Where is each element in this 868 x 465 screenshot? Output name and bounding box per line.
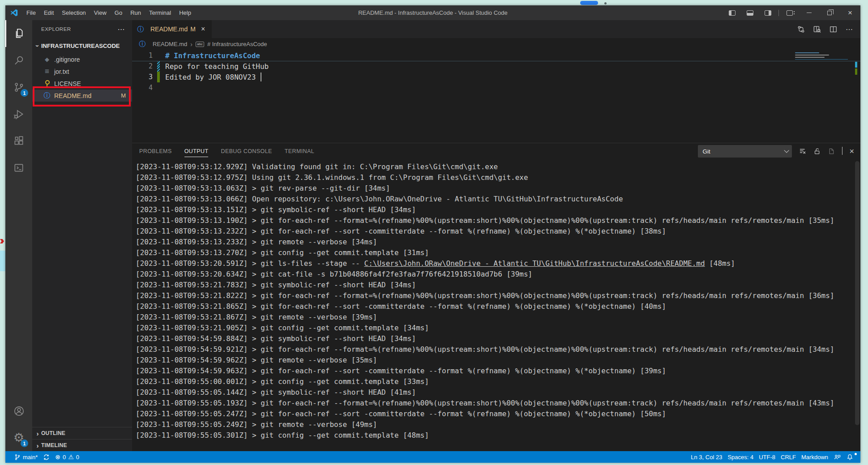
git-branch-icon [14, 454, 21, 461]
encoding-indicator[interactable]: UTF-8 [756, 454, 778, 461]
minimize-button[interactable] [799, 5, 819, 20]
sidebar-left-icon [729, 10, 735, 16]
sync-icon [43, 454, 50, 461]
warnings-count: 0 [76, 454, 79, 461]
file-name: .gitignore [54, 56, 80, 63]
output-line: [2023-11-08T09:53:13.066Z] Open reposito… [136, 194, 860, 205]
open-output-in-editor-button[interactable] [828, 147, 835, 155]
clear-output-icon [799, 147, 807, 155]
breadcrumb-file[interactable]: README.md [153, 41, 187, 47]
activity-search-button[interactable] [5, 47, 32, 74]
clear-output-button[interactable] [799, 147, 807, 155]
file-name: jor.txt [54, 68, 69, 75]
problems-indicator[interactable]: ⊗ 0 ⚠ 0 [52, 451, 82, 463]
close-window-button[interactable]: × [840, 5, 860, 20]
indentation-indicator[interactable]: Spaces: 4 [725, 454, 756, 461]
open-changes-button[interactable] [794, 22, 808, 36]
eol-indicator[interactable]: CRLF [778, 454, 799, 461]
file-tree-item[interactable]: .gitignore [32, 53, 132, 65]
files-icon [13, 28, 25, 39]
feedback-button[interactable] [831, 454, 844, 461]
explorer-sidebar: EXPLORER ⋯ › INFRASTRUCTUREASCODE .gitig… [32, 20, 132, 451]
git-gutter-mark [157, 72, 160, 82]
maximize-panel-button[interactable] [842, 147, 842, 155]
customize-layout-button[interactable] [781, 5, 799, 20]
collapsed-section-header[interactable]: › TIMELINE [32, 439, 132, 451]
accounts-button[interactable] [5, 397, 32, 424]
sync-button[interactable] [40, 451, 52, 463]
workspace-section-header[interactable]: › INFRASTRUCTUREASCODE [32, 38, 132, 53]
minimap[interactable] [795, 52, 848, 60]
search-icon [13, 55, 25, 66]
close-panel-button[interactable]: × [849, 147, 854, 155]
notifications-button[interactable] [844, 454, 856, 461]
open-preview-button[interactable] [810, 22, 824, 36]
overview-ruler-modified [855, 62, 857, 68]
toggle-panel-button[interactable] [741, 5, 759, 20]
output-line: [2023-11-08T09:53:13.232Z] > git for-eac… [136, 226, 860, 237]
more-actions-icon[interactable]: ⋯ [842, 22, 856, 36]
section-label: TIMELINE [41, 442, 67, 448]
activity-bar: 1 [5, 20, 32, 451]
toggle-secondary-sidebar-button[interactable] [759, 5, 777, 20]
close-tab-icon[interactable]: × [201, 25, 205, 33]
branch-indicator[interactable]: main* [12, 451, 40, 463]
code-editor[interactable]: 1 # InfrastructureAsCode 2 Repo for teac… [132, 50, 860, 143]
overview-ruler-added [855, 68, 857, 75]
collapsed-section-header[interactable]: › OUTLINE [32, 427, 132, 439]
output-line: [2023-11-08T09:53:12.929Z] Validating fo… [136, 162, 860, 172]
language-mode[interactable]: Markdown [799, 454, 831, 461]
file-name: LICENSE [54, 80, 81, 87]
panel-scrollbar[interactable] [855, 161, 859, 425]
breadcrumb-symbol[interactable]: # InfrastructureAsCode [207, 41, 267, 47]
code-text: Edited by JOR 08NOV23 [165, 73, 256, 81]
menu-item[interactable]: Edit [40, 5, 58, 20]
file-path-link[interactable]: C:\Users\John.ORaw\OneDrive - Atlantic T… [364, 259, 705, 268]
panel-tab[interactable]: OUTPUT [184, 143, 209, 159]
background-red-artifact [0, 239, 4, 243]
tab-label: README.md [150, 26, 188, 33]
activity-remote-terminal-button[interactable] [5, 154, 32, 181]
notification-dot [855, 453, 857, 455]
explorer-title: EXPLORER [41, 26, 71, 32]
panel-tab[interactable]: PROBLEMS [139, 143, 172, 159]
split-editor-button[interactable] [826, 22, 840, 36]
activity-explorer-button[interactable] [5, 20, 32, 47]
cursor-position[interactable]: Ln 3, Col 23 [688, 454, 725, 461]
menu-item[interactable]: File [22, 5, 40, 20]
toggle-primary-sidebar-button[interactable] [723, 5, 741, 20]
output-channel-select[interactable]: Git [698, 145, 792, 158]
panel-tab[interactable]: TERMINAL [285, 143, 314, 159]
settings-badge: 1 [21, 439, 28, 447]
menu-item[interactable]: Help [175, 5, 195, 20]
output-line: [2023-11-08T09:53:21.867Z] > git remote … [136, 312, 860, 323]
file-tree-item[interactable]: jor.txt [32, 65, 132, 77]
settings-button[interactable]: ⚙ 1 [5, 424, 32, 451]
unlock-scroll-button[interactable] [813, 147, 821, 155]
restore-button[interactable] [819, 5, 840, 20]
activity-source-control-button[interactable]: 1 [5, 74, 32, 101]
output-line: [2023-11-08T09:54:59.884Z] > git symboli… [136, 333, 860, 344]
code-line: 1 # InfrastructureAsCode [132, 50, 860, 61]
minimize-icon [807, 13, 812, 13]
output-log[interactable]: [2023-11-08T09:53:12.929Z] Validating fo… [132, 159, 860, 451]
tab-readme[interactable]: README.md M × [132, 20, 212, 38]
run-debug-icon [13, 108, 25, 120]
sticky-scroll-border [132, 61, 860, 61]
file-tree-item[interactable]: README.md M [32, 90, 132, 102]
panel-tab[interactable]: DEBUG CONSOLE [221, 143, 272, 159]
output-line: [2023-11-08T09:53:20.591Z] > git ls-file… [136, 258, 860, 269]
extensions-icon [13, 135, 25, 147]
vscode-window: FileEditSelectionViewGoRunTerminalHelp R… [5, 5, 860, 463]
activity-run-debug-button[interactable] [5, 101, 32, 128]
activity-extensions-button[interactable] [5, 128, 32, 154]
menu-item[interactable]: View [90, 5, 111, 20]
menu-item[interactable]: Run [126, 5, 145, 20]
menu-item[interactable]: Terminal [145, 5, 175, 20]
output-line: [2023-11-08T09:53:13.063Z] > git rev-par… [136, 183, 860, 194]
menu-item[interactable]: Selection [58, 5, 90, 20]
menu-item[interactable]: Go [111, 5, 126, 20]
chevron-right-icon: › [34, 430, 41, 437]
more-actions-icon[interactable]: ⋯ [114, 25, 129, 34]
file-tree-item[interactable]: LICENSE [32, 77, 132, 90]
